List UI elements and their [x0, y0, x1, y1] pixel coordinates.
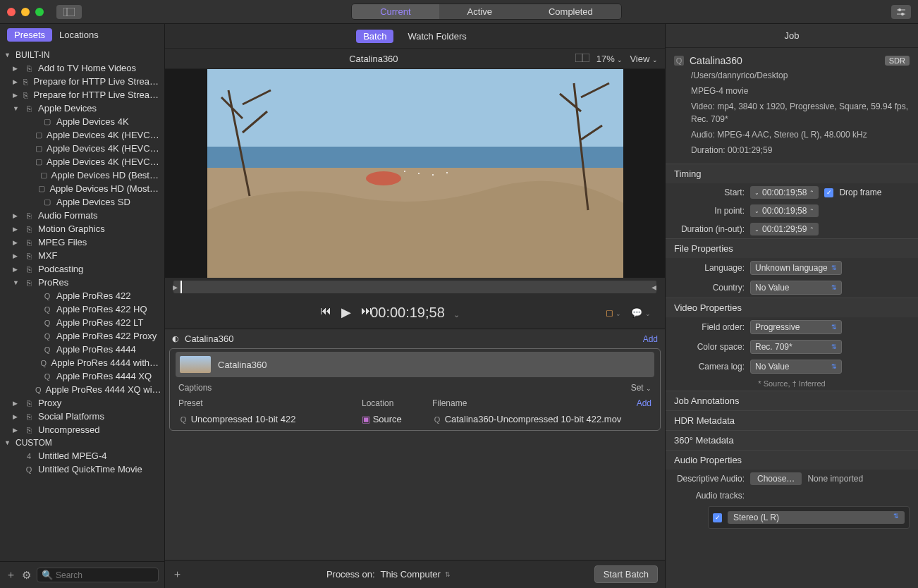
disclosure-icon[interactable]: ▶ — [13, 427, 20, 434]
tree-item[interactable]: ▶⎘MXF — [0, 249, 164, 262]
tree-item[interactable]: ▶⎘Prepare for HTTP Live Strea… — [0, 75, 164, 88]
tab-current[interactable]: Current — [352, 4, 439, 19]
add-job-button[interactable]: Add — [643, 334, 658, 344]
tree-item[interactable]: ▶⎘Add to TV Home Videos — [0, 61, 164, 75]
tree-item[interactable]: ▢Apple Devices 4K (HEVC… — [0, 155, 164, 169]
timeline-scrubber[interactable]: ▸ ◂ — [173, 281, 656, 293]
track-enabled-checkbox[interactable]: ✓ — [713, 513, 722, 522]
tree-item[interactable]: ▶⎘Motion Graphics — [0, 222, 164, 235]
view-dropdown[interactable]: View ⌄ — [630, 54, 658, 64]
tree-item[interactable]: ▼⎘Apple Devices — [0, 102, 164, 115]
tree-item[interactable]: QApple ProRes 4444 — [0, 343, 164, 356]
add-batch-icon[interactable]: ＋ — [172, 568, 183, 581]
camlog-select[interactable]: No Value⇅ — [750, 360, 842, 374]
job-annotations-header[interactable]: Job Annotations — [666, 391, 918, 410]
job-row[interactable]: Catalina360 — [176, 352, 654, 377]
tree-item[interactable]: ▼BUILT-IN — [0, 49, 164, 61]
disclosure-icon[interactable]: ▶ — [13, 92, 18, 99]
tree-item[interactable]: ▶⎘Social Platforms — [0, 410, 164, 423]
disclosure-icon[interactable]: ▶ — [13, 78, 18, 85]
settings-icon[interactable] — [891, 5, 911, 19]
playhead[interactable] — [180, 281, 182, 293]
tab-completed[interactable]: Completed — [520, 4, 621, 19]
language-select[interactable]: Unknown language⇅ — [750, 261, 842, 275]
center-tab-watch[interactable]: Watch Folders — [400, 30, 473, 43]
tree-item[interactable]: QApple ProRes 422 LT — [0, 316, 164, 329]
captions-set-dropdown[interactable]: Set ⌄ — [631, 383, 651, 393]
marker-icon[interactable]: ◻ ⌄ — [606, 307, 622, 318]
country-select[interactable]: No Value⇅ — [750, 281, 842, 295]
tree-item[interactable]: ▶⎘Podcasting — [0, 262, 164, 276]
tree-item[interactable]: ▶⎘Audio Formats — [0, 209, 164, 222]
field-select[interactable]: Progressive⇅ — [750, 320, 842, 334]
timecode-display[interactable]: 00:00:19;58 ⌄ — [370, 304, 460, 321]
disclosure-icon[interactable]: ▶ — [13, 252, 20, 259]
track-select[interactable]: Stereo (L R)⇅ — [728, 511, 905, 524]
tree-item[interactable]: ▢Apple Devices 4K (HEVC… — [0, 128, 164, 142]
360-metadata-header[interactable]: 360° Metadata — [666, 430, 918, 450]
comment-icon[interactable]: 💬 ⌄ — [631, 307, 651, 318]
output-row[interactable]: Q Uncompressed 10-bit 422 ▣ Source Q Cat… — [170, 411, 660, 427]
tree-item[interactable]: QApple ProRes 422 Proxy — [0, 329, 164, 343]
next-icon[interactable]: ⏭ — [361, 305, 372, 320]
tree-item[interactable]: ▶⎘MPEG Files — [0, 235, 164, 249]
preview-viewer[interactable] — [165, 69, 665, 278]
in-timecode[interactable]: ⌄00:00:19;58⌃ — [750, 204, 819, 217]
tree-item[interactable]: ▢Apple Devices HD (Best… — [0, 169, 164, 182]
start-batch-button[interactable]: Start Batch — [594, 565, 658, 583]
close-window[interactable] — [7, 8, 16, 16]
tree-item[interactable]: ▢Apple Devices 4K — [0, 115, 164, 128]
prev-icon[interactable]: ⏮ — [320, 305, 331, 320]
tree-item[interactable]: ▶⎘Proxy — [0, 396, 164, 410]
disclosure-icon[interactable]: ▼ — [13, 105, 20, 112]
play-icon[interactable]: ▶ — [341, 305, 351, 320]
sidebar-tab-locations[interactable]: Locations — [52, 28, 106, 42]
disclosure-icon[interactable]: ▶ — [13, 413, 20, 420]
disclosure-icon[interactable]: ▼ — [4, 51, 11, 59]
hdr-metadata-header[interactable]: HDR Metadata — [666, 410, 918, 430]
drop-frame-checkbox[interactable]: ✓ — [824, 188, 833, 197]
in-marker-icon[interactable]: ▸ — [173, 281, 178, 293]
add-output-button[interactable]: Add — [637, 398, 651, 408]
choose-button[interactable]: Choose… — [750, 472, 802, 485]
tree-item[interactable]: QApple ProRes 4444 with… — [0, 356, 164, 369]
disclosure-icon[interactable]: ▶ — [13, 239, 20, 246]
tree-item[interactable]: ▢Apple Devices HD (Most… — [0, 182, 164, 195]
zoom-window[interactable] — [35, 8, 44, 16]
tree-item[interactable]: 4Untitled MPEG-4 — [0, 449, 164, 463]
tree-item[interactable]: ▼CUSTOM — [0, 436, 164, 449]
tab-active[interactable]: Active — [439, 4, 520, 19]
disclosure-icon[interactable]: ▶ — [13, 226, 20, 233]
disclosure-icon[interactable]: ▶ — [13, 212, 20, 219]
minimize-window[interactable] — [21, 8, 30, 16]
tree-item[interactable]: QUntitled QuickTime Movie — [0, 463, 164, 476]
disclosure-icon[interactable]: ▼ — [13, 279, 20, 286]
duration-timecode[interactable]: ⌄00:01:29;59⌃ — [750, 223, 819, 235]
center-tab-batch[interactable]: Batch — [356, 30, 393, 43]
tree-item[interactable]: ▶⎘Prepare for HTTP Live Strea… — [0, 88, 164, 102]
status-segmented[interactable]: Current Active Completed — [351, 4, 622, 20]
disclosure-icon[interactable]: ▶ — [13, 400, 20, 407]
compare-icon[interactable] — [575, 54, 589, 64]
tree-item[interactable]: QApple ProRes 422 — [0, 289, 164, 302]
disclosure-icon[interactable]: ▶ — [13, 65, 20, 72]
disclosure-icon[interactable]: ▼ — [4, 439, 11, 446]
color-select[interactable]: Rec. 709*⇅ — [750, 340, 842, 354]
tree-item[interactable]: QApple ProRes 4444 XQ — [0, 369, 164, 383]
tree-item[interactable]: QApple ProRes 4444 XQ wi… — [0, 383, 164, 396]
process-on-dropdown[interactable]: This Computer ⇅ — [381, 569, 451, 580]
search-input[interactable]: 🔍 — [37, 568, 159, 582]
tree-item[interactable]: QApple ProRes 422 HQ — [0, 302, 164, 316]
start-timecode[interactable]: ⌄00:00:19;58⌃ — [750, 186, 819, 199]
tree-item[interactable]: ▶⎘Uncompressed — [0, 423, 164, 436]
tree-item[interactable]: ▢Apple Devices 4K (HEVC… — [0, 142, 164, 155]
sidebar-tab-presets[interactable]: Presets — [7, 28, 52, 42]
gear-icon[interactable]: ⚙︎ — [22, 569, 31, 582]
sidebar-toggle-icon[interactable] — [56, 5, 82, 19]
add-icon[interactable]: ＋ — [6, 568, 16, 582]
disclosure-icon[interactable]: ▶ — [13, 266, 20, 273]
zoom-dropdown[interactable]: 17% ⌄ — [596, 54, 623, 64]
out-marker-icon[interactable]: ◂ — [651, 281, 657, 293]
tree-item[interactable]: ▢Apple Devices SD — [0, 195, 164, 209]
tree-item[interactable]: ▼⎘ProRes — [0, 276, 164, 289]
